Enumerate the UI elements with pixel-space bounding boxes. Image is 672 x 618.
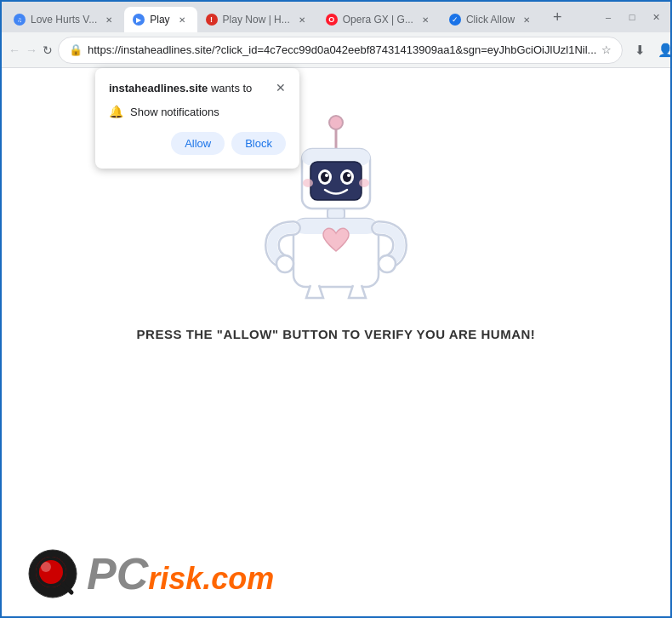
title-bar: ♫ Love Hurts V... ✕ ▶ Play ✕ ! Play Now …: [2, 2, 670, 32]
block-button[interactable]: Block: [231, 132, 286, 155]
tab-favicon-3: !: [206, 14, 218, 26]
tab-label-3: Play Now | H...: [223, 14, 290, 26]
bookmark-icon[interactable]: ☆: [601, 43, 612, 56]
popup-header: instaheadlines.site wants to ✕: [109, 82, 286, 94]
tab-favicon-1: ♫: [14, 14, 26, 26]
tab-favicon-4: O: [326, 14, 338, 26]
tab-favicon-2: ▶: [133, 14, 145, 26]
minimize-button[interactable]: –: [597, 6, 619, 28]
tab-close-1[interactable]: ✕: [102, 13, 116, 26]
pc-text: PC: [87, 552, 148, 596]
tab-love-hurts[interactable]: ♫ Love Hurts V... ✕: [5, 7, 124, 32]
back-button[interactable]: ←: [9, 38, 20, 62]
popup-notification-label: Show notifications: [130, 106, 219, 118]
new-tab-button[interactable]: +: [545, 5, 569, 29]
svg-point-7: [325, 174, 328, 177]
tab-label-5: Click Allow: [466, 14, 515, 26]
tab-close-5[interactable]: ✕: [520, 13, 533, 26]
tab-favicon-5: ✓: [449, 14, 461, 26]
svg-rect-15: [293, 219, 379, 234]
svg-point-12: [359, 179, 369, 187]
svg-point-9: [343, 172, 351, 182]
pcrisk-text: PCrisk.com: [87, 552, 274, 596]
svg-point-1: [329, 116, 343, 129]
refresh-button[interactable]: ↻: [43, 38, 53, 62]
svg-point-11: [303, 179, 313, 187]
pcrisk-footer: PCrisk.com: [27, 548, 274, 599]
lock-icon: 🔒: [69, 43, 83, 56]
tab-opera[interactable]: O Opera GX | G... ✕: [317, 7, 441, 32]
bell-icon: 🔔: [109, 105, 123, 118]
tab-click-allow[interactable]: ✓ Click Allow ✕: [441, 7, 542, 32]
pcrisk-logo-svg: [27, 548, 78, 599]
tab-label-4: Opera GX | G...: [343, 14, 413, 26]
url-bar[interactable]: 🔒 https://instaheadlines.site/?click_id=…: [58, 37, 623, 64]
tab-close-4[interactable]: ✕: [419, 13, 432, 26]
allow-button[interactable]: Allow: [171, 132, 225, 155]
window-controls: – □ ✕: [597, 6, 667, 28]
popup-wants-text: wants to: [208, 82, 252, 94]
toolbar-icons: ⬇ 👤 ⋮: [628, 38, 672, 62]
risk-text: risk.com: [148, 564, 274, 594]
notification-popup: instaheadlines.site wants to ✕ 🔔 Show no…: [95, 68, 299, 169]
svg-point-17: [379, 255, 396, 272]
popup-site-name: instaheadlines.site: [109, 82, 208, 94]
maximize-button[interactable]: □: [621, 6, 643, 28]
popup-title: instaheadlines.site wants to: [109, 82, 252, 94]
svg-point-10: [347, 174, 350, 177]
profile-button[interactable]: 👤: [653, 38, 672, 62]
tab-close-2[interactable]: ✕: [175, 13, 189, 26]
tab-play-now[interactable]: ! Play Now | H... ✕: [197, 7, 317, 32]
forward-button[interactable]: →: [26, 38, 37, 62]
tab-label-2: Play: [150, 14, 169, 26]
download-button[interactable]: ⬇: [628, 38, 652, 62]
window-close-button[interactable]: ✕: [645, 6, 667, 28]
svg-rect-13: [327, 209, 345, 219]
url-text: https://instaheadlines.site/?click_id=4c…: [88, 43, 596, 56]
popup-buttons: Allow Block: [109, 132, 286, 155]
tab-close-3[interactable]: ✕: [295, 13, 309, 26]
press-text: PRESS THE "ALLOW" BUTTON TO VERIFY YOU A…: [137, 327, 536, 341]
svg-point-16: [276, 255, 293, 272]
tab-play[interactable]: ▶ Play ✕: [124, 7, 196, 32]
svg-point-6: [321, 172, 329, 182]
popup-notification-row: 🔔 Show notifications: [109, 105, 286, 118]
address-bar: ← → ↻ 🔒 https://instaheadlines.site/?cli…: [2, 32, 670, 68]
tab-label-1: Love Hurts V...: [31, 14, 97, 26]
popup-close-button[interactable]: ✕: [276, 82, 286, 94]
